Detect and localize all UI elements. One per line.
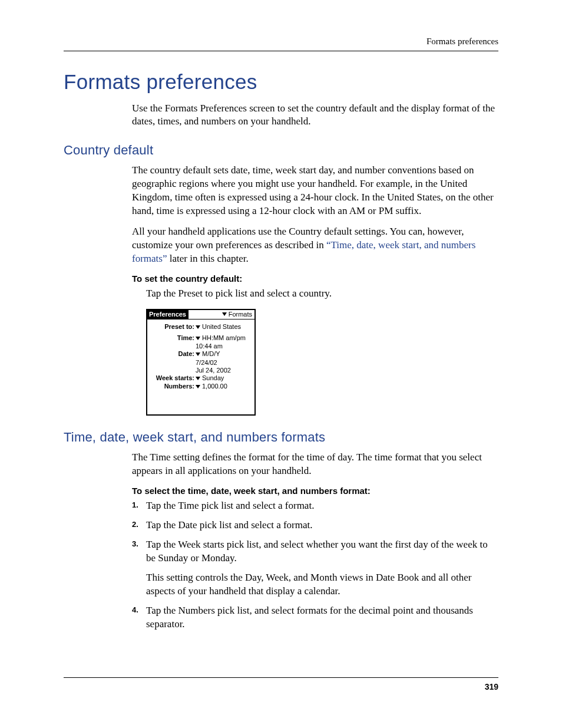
figure-formats-preferences-screen: Preferences Formats Preset to: United St… — [146, 309, 498, 416]
section-heading-formats-preferences: Formats preferences — [64, 68, 498, 95]
palm-title-tab: Preferences — [147, 310, 189, 319]
country-default-p1: The country default sets date, time, wee… — [132, 164, 498, 218]
country-default-p2: All your handheld applications use the C… — [132, 225, 498, 266]
section-intro-text: Use the Formats Preferences screen to se… — [132, 102, 498, 129]
task-step-set-country-default: Tap the Preset to pick list and select a… — [146, 287, 498, 301]
palm-title-spacer — [189, 310, 221, 319]
task-heading-select-formats: To select the time, date, week start, an… — [132, 485, 498, 497]
dropdown-triangle-icon — [222, 312, 227, 316]
step-3-text: Tap the Week starts pick list, and selec… — [146, 538, 498, 565]
subsection-heading-country-default: Country default — [64, 141, 498, 159]
palm-example-date-long: Jul 24, 2002 — [196, 367, 251, 374]
palm-picker-preset[interactable]: United States — [196, 323, 251, 331]
palm-titlebar: Preferences Formats — [147, 310, 254, 319]
palm-label-preset: Preset to: — [151, 323, 196, 331]
subsection-heading-time-date-formats: Time, date, week start, and numbers form… — [64, 429, 498, 446]
task-heading-set-country-default: To set the country default: — [132, 273, 498, 285]
palm-screen: Preferences Formats Preset to: United St… — [146, 309, 256, 416]
dropdown-triangle-icon — [196, 337, 200, 340]
header-rule — [64, 51, 498, 51]
palm-example-time: 10:44 am — [196, 342, 251, 350]
footer-rule — [64, 677, 498, 678]
step-2-text: Tap the Date pick list and select a form… — [146, 519, 498, 532]
palm-value-weekstarts: Sunday — [202, 374, 224, 381]
steps-list: 1. Tap the Time pick list and select a f… — [132, 499, 498, 631]
palm-picker-weekstarts[interactable]: Sunday — [196, 374, 251, 382]
palm-body: Preset to: United States Time: HH:MM am/… — [147, 319, 254, 393]
palm-value-preset: United States — [202, 323, 241, 330]
palm-example-date-short: 7/24/02 — [196, 359, 251, 367]
step-2: 2. Tap the Date pick list and select a f… — [132, 519, 498, 532]
step-1-number: 1. — [132, 500, 138, 510]
section-intro-block: Use the Formats Preferences screen to se… — [132, 102, 498, 129]
step-4: 4. Tap the Numbers pick list, and select… — [132, 604, 498, 631]
palm-picker-numbers[interactable]: 1,000.00 — [196, 383, 251, 390]
step-3: 3. Tap the Week starts pick list, and se… — [132, 538, 498, 598]
country-default-body: The country default sets date, time, wee… — [132, 164, 498, 416]
palm-label-numbers: Numbers: — [151, 383, 196, 390]
formats-intro: The Time setting defines the format for … — [132, 451, 498, 478]
palm-label-time: Time: — [151, 334, 196, 342]
palm-category-label: Formats — [229, 311, 252, 318]
dropdown-triangle-icon — [196, 353, 200, 356]
formats-body: The Time setting defines the format for … — [132, 451, 498, 631]
palm-label-date: Date: — [151, 350, 196, 358]
palm-value-time: HH:MM am/pm — [202, 334, 246, 341]
page-number: 319 — [64, 681, 498, 693]
palm-label-weekstarts: Week starts: — [151, 374, 196, 382]
running-header: Formats preferences — [64, 35, 498, 47]
palm-row-preset: Preset to: United States — [151, 323, 251, 331]
step-2-number: 2. — [132, 519, 138, 530]
step-3-number: 3. — [132, 539, 138, 549]
step-4-text: Tap the Numbers pick list, and select fo… — [146, 604, 498, 631]
dropdown-triangle-icon — [196, 385, 200, 388]
palm-row-time: Time: HH:MM am/pm — [151, 334, 251, 342]
palm-picker-time[interactable]: HH:MM am/pm — [196, 334, 251, 342]
country-default-p2-b: later in this chapter. — [167, 253, 248, 264]
step-1-text: Tap the Time pick list and select a form… — [146, 499, 498, 513]
page-footer: 319 — [64, 677, 498, 693]
palm-row-date: Date: M/D/Y — [151, 350, 251, 358]
palm-row-numbers: Numbers: 1,000.00 — [151, 383, 251, 390]
palm-value-date: M/D/Y — [202, 350, 220, 357]
dropdown-triangle-icon — [196, 377, 200, 380]
step-4-number: 4. — [132, 605, 138, 615]
palm-value-numbers: 1,000.00 — [202, 383, 227, 390]
step-1: 1. Tap the Time pick list and select a f… — [132, 499, 498, 513]
palm-picker-date[interactable]: M/D/Y — [196, 350, 251, 358]
palm-category-picker[interactable]: Formats — [221, 310, 254, 319]
dropdown-triangle-icon — [196, 325, 200, 329]
palm-row-weekstarts: Week starts: Sunday — [151, 374, 251, 382]
step-3-note: This setting controls the Day, Week, and… — [146, 571, 498, 598]
page: Formats preferences Formats preferences … — [0, 0, 562, 728]
